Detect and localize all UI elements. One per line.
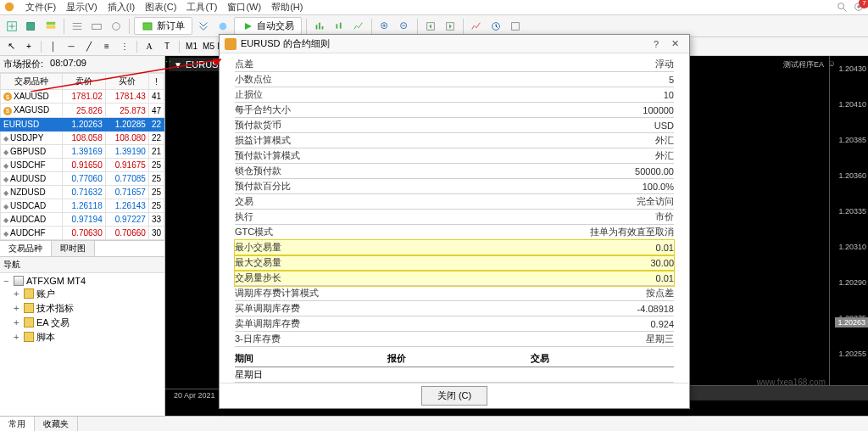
interval-m5[interactable]: M5 <box>201 39 216 54</box>
spec-row: 最小交易量0.01 <box>235 240 674 255</box>
svg-rect-11 <box>92 24 102 29</box>
svg-point-0 <box>5 2 14 11</box>
text-icon[interactable]: A <box>142 39 157 54</box>
spec-row: 执行市价 <box>235 210 674 225</box>
specification-dialog: EURUSD 的合约细则 ? ✕ 点差浮动小数点位5止损位10每手合约大小100… <box>219 34 690 409</box>
mw-row-eurusd[interactable]: EURUSD1.202631.2028522 <box>1 117 164 131</box>
crosshair-icon[interactable]: + <box>21 39 36 54</box>
zoom-out-icon[interactable] <box>396 18 413 35</box>
menu-tools[interactable]: 工具(T) <box>186 1 217 14</box>
nav-node-2[interactable]: +技术指标 <box>2 301 163 316</box>
mw-row-audcad[interactable]: ◆AUDCAD0.971940.9722733 <box>1 212 164 226</box>
menu-window[interactable]: 窗口(W) <box>227 1 261 14</box>
channel-icon[interactable]: ≡ <box>99 39 114 54</box>
spec-row: 点差浮动 <box>235 57 674 72</box>
mw-row-xagusd[interactable]: $XAGUSD25.82625.87347 <box>1 104 164 117</box>
nav-node-1[interactable]: +账户 <box>2 287 163 301</box>
line-chart-icon[interactable] <box>350 18 367 35</box>
notification-icon[interactable]: 7 <box>853 1 865 14</box>
new-order-button[interactable]: 新订单 <box>134 17 192 35</box>
col-spread[interactable]: ! <box>148 74 164 90</box>
bottom-tabs: 常用 收藏夹 <box>0 416 868 431</box>
dialog-icon <box>225 38 236 50</box>
chart-list-icon[interactable] <box>214 18 231 35</box>
trendline-icon[interactable]: ╱ <box>81 39 97 54</box>
bottom-tab-fav[interactable]: 收藏夹 <box>35 417 78 431</box>
menu-charts[interactable]: 图表(C) <box>145 1 176 14</box>
svg-rect-10 <box>47 25 56 29</box>
terminal-icon[interactable] <box>88 18 105 35</box>
navigator-icon[interactable] <box>69 18 86 35</box>
svg-rect-13 <box>143 23 152 30</box>
mw-row-usdchf[interactable]: ◆USDCHF0.916500.9167525 <box>1 158 164 171</box>
svg-marker-15 <box>245 23 252 30</box>
auto-scroll-icon[interactable] <box>422 18 439 35</box>
vertical-line-icon[interactable]: │ <box>46 39 61 54</box>
bottom-tab-common[interactable]: 常用 <box>0 417 35 431</box>
fibonacci-icon[interactable]: ⋮ <box>117 39 132 54</box>
templates-icon[interactable] <box>507 18 524 35</box>
nav-node-3[interactable]: +EA 交易 <box>2 316 163 330</box>
session-row: 星期日 <box>235 367 674 383</box>
zoom-in-icon[interactable] <box>376 18 393 35</box>
periods-icon[interactable] <box>487 18 504 35</box>
help-button[interactable]: ? <box>647 36 665 52</box>
indicators-icon[interactable] <box>468 18 485 35</box>
svg-rect-16 <box>337 24 338 28</box>
spec-row: 锁仓预付款50000.00 <box>235 164 674 179</box>
menu-view[interactable]: 显示(V) <box>66 1 97 14</box>
nav-node-0[interactable]: −ATFXGM MT4 <box>2 275 163 287</box>
market-watch-header: 市场报价: 08:07:09 <box>0 56 164 73</box>
svg-line-2 <box>843 8 847 11</box>
spec-row: GTC模式挂单为有效直至取消 <box>235 225 674 240</box>
bar-chart-icon[interactable] <box>311 18 328 35</box>
horizontal-line-icon[interactable]: ─ <box>64 39 79 54</box>
cursor-icon[interactable]: ↖ <box>3 39 19 54</box>
spec-row: 止损位10 <box>235 87 674 103</box>
svg-point-14 <box>220 22 227 30</box>
price-tick: 1.20255 <box>838 350 866 358</box>
text-label-icon[interactable]: T <box>159 39 175 54</box>
profile-icon[interactable] <box>23 18 40 35</box>
svg-point-12 <box>113 22 120 30</box>
spec-row: 3-日库存费星期三 <box>235 332 674 347</box>
svg-rect-24 <box>512 22 520 30</box>
spec-row: 预付款百分比100.0% <box>235 179 674 194</box>
mw-row-gbpusd[interactable]: ◆GBPUSD1.391691.3919021 <box>1 144 164 158</box>
nav-node-4[interactable]: +脚本 <box>2 330 163 344</box>
mw-tab-symbols[interactable]: 交易品种 <box>0 241 52 256</box>
close-icon[interactable]: ✕ <box>665 36 684 52</box>
auto-trade-button[interactable]: 自动交易 <box>234 17 302 35</box>
candle-chart-icon[interactable] <box>331 18 348 35</box>
svg-rect-8 <box>27 22 35 30</box>
mw-row-xauusd[interactable]: $XAUUSD1781.021781.4341 <box>1 90 164 104</box>
mw-row-usdcad[interactable]: ◆USDCAD1.261181.2614325 <box>1 199 164 212</box>
svg-point-1 <box>838 3 844 8</box>
mw-row-audusd[interactable]: ◆AUDUSD0.770600.7708525 <box>1 171 164 185</box>
spec-row: 调期库存费计算模式按点差 <box>235 286 674 301</box>
time-tick: 20 Apr 2021 <box>174 391 215 400</box>
col-bid[interactable]: 卖价 <box>62 74 105 90</box>
col-symbol[interactable]: 交易品种 <box>1 74 63 90</box>
price-tick: 1.20290 <box>838 278 866 287</box>
menu-help[interactable]: 帮助(H) <box>271 1 303 14</box>
mw-row-nzdusd[interactable]: ◆NZDUSD0.716320.7165725 <box>1 185 164 199</box>
new-chart-icon[interactable] <box>3 18 20 35</box>
chart-shift-icon[interactable] <box>442 18 459 35</box>
notification-badge: 7 <box>859 0 868 8</box>
menu-insert[interactable]: 插入(I) <box>108 1 135 14</box>
close-button[interactable]: 关闭 (C) <box>421 386 487 406</box>
col-ask[interactable]: 买价 <box>105 74 148 90</box>
strategy-tester-icon[interactable] <box>108 18 125 35</box>
market-watch-icon[interactable] <box>42 18 59 35</box>
price-scale: 1.204301.204101.203851.203601.203351.203… <box>829 56 868 385</box>
metaquotes-icon[interactable] <box>195 18 212 35</box>
interval-m1[interactable]: M1 <box>184 39 199 54</box>
menu-file[interactable]: 文件(F) <box>25 1 56 14</box>
search-icon[interactable] <box>836 1 848 14</box>
market-watch-time: 08:07:09 <box>50 58 86 70</box>
mw-row-usdjpy[interactable]: ◆USDJPY108.058108.08022 <box>1 131 164 144</box>
menubar: 文件(F) 显示(V) 插入(I) 图表(C) 工具(T) 窗口(W) 帮助(H… <box>0 0 868 15</box>
mw-tab-tick[interactable]: 即时图 <box>52 241 95 256</box>
mw-row-audchf[interactable]: ◆AUDCHF0.706300.7066030 <box>1 226 164 239</box>
